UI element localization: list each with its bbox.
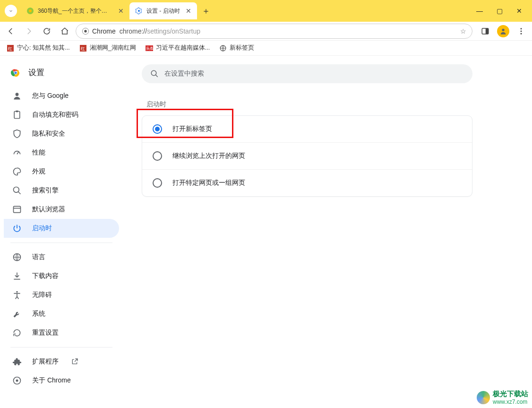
- bookmark-item[interactable]: 红宁心: 知其然 知其...: [7, 44, 70, 52]
- sidebar-item-privacy[interactable]: 隐私和安全: [4, 124, 119, 143]
- window-controls: ― ▢ ✕: [470, 0, 529, 22]
- window-close-button[interactable]: ✕: [509, 7, 529, 15]
- radio-button[interactable]: [153, 151, 162, 161]
- profile-avatar-button[interactable]: [497, 25, 509, 37]
- bookmark-item[interactable]: 头条习近平在越南媒体...: [146, 44, 210, 52]
- radio-button[interactable]: [153, 124, 162, 134]
- sidebar-item-you-and-google[interactable]: 您与 Google: [4, 87, 119, 105]
- chrome-icon: [82, 27, 89, 35]
- bookmark-star-button[interactable]: ☆: [460, 27, 466, 35]
- side-panel-icon[interactable]: [481, 27, 489, 35]
- window-minimize-button[interactable]: ―: [470, 7, 489, 15]
- tab-favicon-settings: [135, 7, 143, 15]
- search-placeholder: 在设置中搜索: [164, 69, 204, 78]
- svg-point-7: [502, 28, 504, 31]
- sidebar-item-search[interactable]: 搜索引擎: [4, 181, 119, 200]
- extension-icon: [12, 357, 22, 366]
- startup-option-new-tab[interactable]: 打开新标签页: [142, 116, 472, 143]
- settings-sidebar: 设置 您与 Google 自动填充和密码 隐私和安全 性能 外观 搜索引擎 默认…: [0, 56, 123, 408]
- tab-close-button[interactable]: ✕: [118, 7, 124, 15]
- new-tab-button[interactable]: ＋: [202, 5, 210, 17]
- sidebar-item-languages[interactable]: 语言: [4, 248, 119, 267]
- bookmark-item[interactable]: 新标签页: [219, 44, 254, 52]
- section-title-on-startup: 启动时: [146, 100, 513, 109]
- clipboard-icon: [12, 110, 22, 120]
- tab-favicon-360: [26, 7, 34, 15]
- reload-icon: [43, 27, 51, 35]
- svg-point-27: [16, 291, 17, 293]
- arrow-left-icon: [7, 27, 15, 35]
- site-identity-chip: Chrome: [82, 27, 116, 35]
- svg-point-4: [84, 30, 86, 32]
- address-bar[interactable]: Chrome chrome://settings/onStartup ☆: [76, 24, 472, 39]
- bookmark-item[interactable]: 红湘潮网_湖南红网: [79, 44, 136, 52]
- open-in-new-icon: [71, 358, 78, 365]
- sidebar-item-extensions[interactable]: 扩展程序: [4, 352, 119, 371]
- svg-point-21: [16, 93, 19, 96]
- sidebar-separator: [10, 243, 112, 243]
- browser-window-icon: [12, 205, 22, 214]
- on-startup-card: 打开新标签页 继续浏览上次打开的网页 打开特定网页或一组网页: [142, 115, 472, 197]
- forward-button[interactable]: [22, 24, 36, 38]
- palette-icon: [12, 167, 22, 176]
- sidebar-item-accessibility[interactable]: 无障碍: [4, 286, 119, 304]
- globe-icon: [12, 252, 22, 262]
- option-label: 继续浏览上次打开的网页: [172, 152, 245, 160]
- reset-icon: [12, 328, 22, 338]
- kebab-menu-icon[interactable]: [517, 27, 525, 35]
- startup-option-continue[interactable]: 继续浏览上次打开的网页: [142, 143, 472, 170]
- home-button[interactable]: [58, 24, 72, 38]
- reload-button[interactable]: [40, 24, 54, 38]
- search-icon: [150, 69, 159, 78]
- settings-search-input[interactable]: 在设置中搜索: [142, 64, 472, 83]
- sidebar-item-reset[interactable]: 重置设置: [4, 323, 119, 342]
- sidebar-item-about[interactable]: 关于 Chrome: [4, 371, 119, 390]
- svg-point-10: [521, 33, 522, 34]
- sidebar-item-downloads[interactable]: 下载内容: [4, 267, 119, 286]
- home-icon: [60, 27, 69, 35]
- url-text: chrome://settings/onStartup: [120, 27, 200, 35]
- sidebar-item-on-startup[interactable]: 启动时: [4, 219, 119, 238]
- sidebar-item-system[interactable]: 系统: [4, 304, 119, 323]
- svg-point-2: [138, 10, 140, 12]
- sidebar-item-appearance[interactable]: 外观: [4, 162, 119, 181]
- download-icon: [12, 271, 22, 281]
- watermark-url: www.xz7.com: [493, 399, 528, 405]
- person-icon: [12, 91, 22, 101]
- bookmarks-bar: 红宁心: 知其然 知其... 红湘潮网_湖南红网 头条习近平在越南媒体... 新…: [0, 41, 532, 56]
- sidebar-item-autofill[interactable]: 自动填充和密码: [4, 105, 119, 124]
- radio-button[interactable]: [153, 178, 162, 188]
- svg-point-1: [29, 9, 32, 12]
- sidebar-item-default-browser[interactable]: 默认浏览器: [4, 200, 119, 219]
- svg-point-9: [521, 30, 522, 32]
- site-identity-label: Chrome: [92, 27, 116, 35]
- power-icon: [12, 224, 22, 233]
- option-label: 打开特定网页或一组网页: [172, 179, 245, 187]
- chevron-down-icon: [8, 8, 14, 14]
- svg-point-30: [151, 70, 156, 76]
- watermark: 极光下载站 www.xz7.com: [477, 390, 528, 405]
- bookmark-favicon: 头条: [146, 44, 153, 52]
- browser-tab-0[interactable]: 360导航_一个主页，整个世界 ✕: [21, 2, 129, 19]
- tab-search-button[interactable]: [5, 5, 17, 17]
- settings-header: 设置: [4, 64, 119, 87]
- chrome-icon: [12, 376, 22, 385]
- option-label: 打开新标签页: [172, 125, 212, 133]
- settings-title: 设置: [28, 67, 44, 78]
- tab-close-button[interactable]: ✕: [186, 7, 191, 15]
- window-maximize-button[interactable]: ▢: [489, 7, 509, 15]
- svg-text:红: 红: [81, 46, 85, 51]
- chrome-logo-icon: [10, 68, 21, 78]
- svg-point-8: [521, 28, 522, 29]
- browser-tab-1[interactable]: 设置 - 启动时 ✕: [129, 2, 197, 19]
- sidebar-separator: [10, 347, 112, 347]
- tab-title: 设置 - 启动时: [146, 7, 180, 15]
- globe-icon: [219, 44, 227, 52]
- browser-toolbar: Chrome chrome://settings/onStartup ☆: [0, 22, 532, 41]
- wrench-icon: [12, 309, 22, 319]
- sidebar-item-performance[interactable]: 性能: [4, 143, 119, 162]
- bookmark-favicon: 红: [79, 44, 87, 52]
- search-icon: [12, 186, 22, 195]
- startup-option-specific-pages[interactable]: 打开特定网页或一组网页: [142, 170, 472, 196]
- back-button[interactable]: [4, 24, 18, 38]
